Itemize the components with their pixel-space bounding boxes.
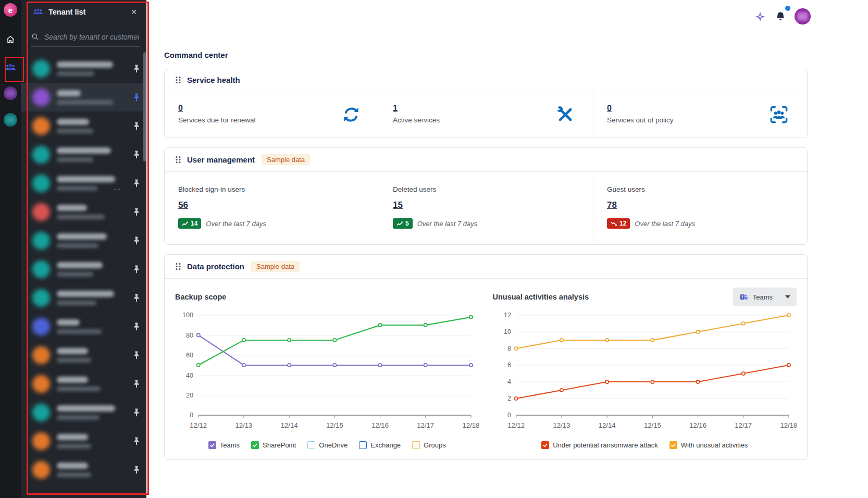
- tenant-avatar: [32, 146, 50, 164]
- checkbox-checked-icon[interactable]: [251, 441, 259, 449]
- tenant-row[interactable]: [21, 398, 146, 427]
- stat-value-link[interactable]: 0: [178, 104, 183, 113]
- sparkle-icon[interactable]: [754, 10, 766, 23]
- trend-delta: 12: [619, 220, 626, 227]
- stat-label: Guest users: [607, 185, 793, 193]
- tenant-row[interactable]: [21, 312, 146, 341]
- tenant-list-icon: [32, 6, 44, 18]
- home-icon[interactable]: [5, 34, 16, 45]
- legend-item[interactable]: Teams: [208, 441, 240, 449]
- trend-delta: 5: [405, 220, 409, 227]
- pin-icon[interactable]: [133, 121, 140, 130]
- tenant-row[interactable]: [21, 197, 146, 226]
- pin-icon[interactable]: [133, 351, 140, 359]
- checkbox-unchecked-icon[interactable]: [307, 441, 315, 449]
- stat-value-link[interactable]: 15: [393, 200, 403, 210]
- tenant-row[interactable]: [21, 255, 146, 283]
- svg-text:80: 80: [186, 331, 193, 339]
- legend-item[interactable]: OneDrive: [307, 441, 348, 449]
- tenant-avatar: [32, 60, 50, 78]
- legend-item[interactable]: SharePoint: [251, 441, 296, 449]
- svg-text:12/13: 12/13: [235, 421, 253, 429]
- svg-text:10: 10: [503, 328, 511, 335]
- pin-icon[interactable]: [133, 150, 140, 159]
- notifications-button[interactable]: [774, 10, 787, 23]
- pin-icon[interactable]: [133, 293, 140, 302]
- sample-data-badge: Sample data: [262, 154, 310, 165]
- service-health-stats: 0Services due for renewal1Active service…: [165, 91, 807, 138]
- search-input[interactable]: [43, 32, 140, 42]
- tenant-avatar: [32, 432, 50, 450]
- checkbox-unchecked-icon[interactable]: [412, 441, 420, 449]
- stat-value-link[interactable]: 56: [178, 200, 188, 210]
- tenant-avatar: [32, 461, 50, 479]
- stat-value-link[interactable]: 1: [393, 104, 398, 113]
- pin-icon[interactable]: [133, 179, 140, 188]
- legend-item[interactable]: With unusual activities: [669, 441, 748, 449]
- data-protection-title: Data protection: [187, 262, 244, 271]
- stat-value-link[interactable]: 78: [607, 200, 617, 210]
- checkbox-checked-icon[interactable]: [541, 441, 549, 449]
- trend-badge: 12: [607, 218, 630, 229]
- trend-up-icon: [182, 221, 189, 227]
- stat-value-link[interactable]: 0: [607, 104, 612, 113]
- workspace-avatar-2[interactable]: [4, 113, 17, 127]
- tenant-avatar: [32, 375, 50, 393]
- tenants-icon[interactable]: [4, 61, 17, 74]
- teams-filter-dropdown[interactable]: Teams: [733, 288, 797, 306]
- svg-text:12/16: 12/16: [689, 421, 706, 429]
- checkbox-checked-icon[interactable]: [208, 441, 216, 449]
- svg-text:12/15: 12/15: [326, 421, 343, 429]
- pin-icon[interactable]: [133, 236, 140, 245]
- tenant-list: ...: [21, 54, 146, 484]
- close-icon[interactable]: ✕: [129, 8, 139, 16]
- tenant-row[interactable]: [21, 369, 146, 398]
- panel-scrollbar-thumb[interactable]: [143, 52, 146, 161]
- svg-text:40: 40: [186, 371, 193, 379]
- drag-handle-icon[interactable]: [175, 263, 181, 270]
- dropdown-value: Teams: [753, 293, 773, 301]
- tenant-row[interactable]: [21, 140, 146, 169]
- pin-icon[interactable]: [133, 64, 140, 73]
- tenant-name-redacted: [57, 147, 111, 162]
- tenant-name-redacted: [57, 291, 114, 305]
- tenant-row[interactable]: [21, 427, 146, 455]
- pin-icon[interactable]: [133, 322, 140, 331]
- user-avatar[interactable]: [795, 8, 811, 24]
- checkbox-checked-icon[interactable]: [669, 441, 677, 449]
- tenant-name-redacted: [57, 348, 91, 363]
- user-stat: Guest users7812Over the last 7 days: [593, 172, 807, 244]
- drag-handle-icon[interactable]: [175, 76, 181, 84]
- trend-row: 14Over the last 7 days: [178, 218, 365, 229]
- tenant-row[interactable]: [21, 226, 146, 255]
- legend-item[interactable]: Groups: [412, 441, 446, 449]
- unusual-activities-chart: 02468101212/1212/1312/1412/1512/1612/171…: [493, 308, 797, 439]
- legend-item[interactable]: Exchange: [359, 441, 401, 449]
- service-stat: 0Services out of policy: [593, 91, 807, 138]
- pin-icon[interactable]: [133, 93, 140, 102]
- tenant-name-redacted: [57, 434, 91, 449]
- tenant-row[interactable]: [21, 341, 146, 369]
- pin-icon[interactable]: [133, 437, 140, 445]
- tenant-row[interactable]: [21, 54, 146, 83]
- tenant-row[interactable]: [21, 83, 146, 111]
- pin-icon[interactable]: [133, 265, 140, 273]
- tenant-row[interactable]: [21, 455, 146, 484]
- tenant-row[interactable]: [21, 169, 146, 197]
- legend-item[interactable]: Under potential ransomware attack: [541, 441, 658, 449]
- tenant-row[interactable]: [21, 283, 146, 312]
- trend-down-icon: [611, 221, 617, 227]
- pin-icon[interactable]: [133, 379, 140, 388]
- tenant-row[interactable]: [21, 111, 146, 140]
- pin-icon[interactable]: [133, 465, 140, 474]
- pin-icon[interactable]: [133, 408, 140, 417]
- drag-handle-icon[interactable]: [175, 156, 181, 164]
- app-logo[interactable]: e: [4, 3, 17, 17]
- checkbox-unchecked-icon[interactable]: [359, 441, 367, 449]
- trend-badge: 5: [393, 218, 413, 229]
- backup-scope-chart-block: Backup scope 02040608010012/1212/1312/14…: [175, 286, 479, 449]
- workspace-avatar-1[interactable]: [4, 86, 17, 100]
- stat-label: Services due for renewal: [178, 116, 365, 124]
- pin-icon[interactable]: [133, 207, 140, 216]
- svg-text:4: 4: [507, 378, 511, 385]
